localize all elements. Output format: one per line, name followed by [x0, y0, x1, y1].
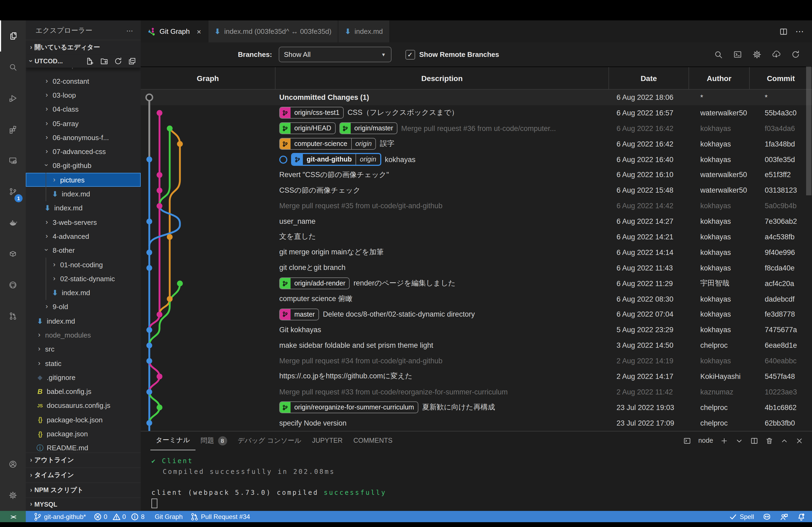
commit-row-f03a4da6[interactable]: origin/HEADorigin/masterMerge pull reque… [141, 121, 812, 136]
chevron-up-icon[interactable] [780, 437, 788, 445]
commit-row-*[interactable]: Uncommitted Changes (1)6 Aug 2022 18:06*… [141, 90, 812, 105]
tree-item-index-md[interactable]: ⬇index.md [26, 187, 141, 201]
commit-row-003fe35d[interactable]: git-and-githuboriginkokhayas6 Aug 2022 1… [141, 152, 812, 167]
tree-item-readme-md[interactable]: ⓘREADME.md [26, 441, 141, 452]
branch-label-master[interactable]: master [279, 308, 319, 320]
branches-dropdown[interactable]: Show All ▼ [278, 47, 391, 62]
tree-item-3-web-servers[interactable]: ›3-web-servers [26, 215, 141, 229]
branch-label-origin-css-test1[interactable]: origin/css-test1 [279, 107, 344, 119]
status-git-graph-status[interactable]: Git Graph [155, 513, 183, 520]
commit-row-1fa348bd[interactable]: computer-scienceorigin誤字6 Aug 2022 16:42… [141, 136, 812, 152]
shell-label[interactable]: node [698, 437, 713, 445]
show-remote-checkbox[interactable]: ✓ [405, 50, 415, 59]
sidebar-section-[interactable]: ›タイムライン [26, 467, 141, 482]
tree-item-index-md[interactable]: ⬇index.md [26, 286, 141, 300]
new-folder-icon[interactable] [100, 57, 108, 65]
activity-run-debug[interactable] [0, 82, 26, 114]
commit-row-fe3d8778[interactable]: masterDelete docs/8-other/02-static-dyna… [141, 307, 812, 322]
sidebar-section-mysql[interactable]: ›MYSQL [26, 497, 141, 511]
status-branch[interactable]: git-and-github* [33, 512, 86, 521]
commit-row-f8cda40e[interactable]: git cloneとgit branch6 Aug 2022 11:43kokh… [141, 260, 812, 276]
activity-search[interactable] [0, 51, 26, 82]
commit-row-9f40e996[interactable]: git merge origin mainなどを加筆6 Aug 2022 14:… [141, 245, 812, 260]
tree-item-docusaurus-config-js[interactable]: JSdocusaurus.config.js [26, 399, 141, 413]
activity-docker[interactable] [0, 207, 26, 238]
panel-tab-jupyter[interactable]: JUPYTER [307, 432, 348, 450]
collapse-all-icon[interactable] [128, 57, 136, 65]
commit-row-55b4a3c0[interactable]: origin/css-test1CSS（フレックスボックスまで）6 Aug 20… [141, 105, 812, 121]
commit-row-6eae8d1e[interactable]: make sidebar foldable and set prism them… [141, 338, 812, 353]
trash-icon[interactable] [765, 437, 773, 445]
commit-row-5a0c9b4b[interactable]: Merge pull request #35 from ut-code/git-… [141, 198, 812, 214]
activity-account[interactable] [0, 449, 26, 480]
more-actions-icon[interactable]: ⋯ [795, 26, 804, 36]
tree-item-index-md[interactable]: ⬇index.md [26, 314, 141, 328]
workspace-section-header[interactable]: › UTCOD... [26, 55, 141, 67]
split-icon[interactable] [750, 437, 758, 445]
activity-extensions[interactable] [0, 114, 26, 145]
tree-item-02-constant[interactable]: ›02-constant [26, 74, 141, 88]
tab-git-graph[interactable]: Git Graph× [141, 20, 208, 42]
commit-row-dadebcdf[interactable]: computer science 俯瞰6 Aug 2022 08:30kokha… [141, 291, 812, 307]
tree-item--gitignore[interactable]: ◆.gitignore [26, 370, 141, 385]
branch-label-computer-science[interactable]: computer-scienceorigin [279, 138, 376, 150]
sidebar-section-npm[interactable]: ›NPM スクリプト [26, 482, 141, 497]
commit-row-640eabbc[interactable]: Merge pull request #34 from ut-code/git-… [141, 353, 812, 369]
new-file-icon[interactable] [86, 57, 95, 65]
activity-github-pr[interactable] [0, 301, 26, 332]
remote-indicator[interactable]: >< [0, 511, 26, 522]
cloud-download-icon[interactable] [772, 50, 781, 59]
chevron-down-icon[interactable] [735, 437, 743, 445]
close-x-icon[interactable] [795, 437, 803, 445]
tree-item-pictures[interactable]: ›pictures [26, 173, 141, 187]
branch-label-origin-reorganize-for-summer-curriculum[interactable]: origin/reorganize-for-summer-curriculum [279, 402, 418, 413]
branch-label-origin-master[interactable]: origin/master [339, 122, 398, 134]
commit-row-10223ae3[interactable]: Merge pull request #33 from ut-code/reor… [141, 384, 812, 400]
terminal-output[interactable]: ✔ ClientCompiled successfully in 202.08m… [141, 450, 812, 511]
tree-item-05-array[interactable]: ›05-array [26, 117, 141, 131]
sidebar-section-[interactable]: ›アウトライン [26, 452, 141, 467]
gear-icon[interactable] [752, 50, 762, 59]
panel-tab-[interactable]: 問題8 [195, 432, 232, 450]
commit-row-acf4c20a[interactable]: origin/add-renderrenderのページを編集しました6 Aug … [141, 275, 812, 291]
tree-item-node-modules[interactable]: ›node_modules [26, 328, 141, 342]
tree-item-package-lock-json[interactable]: {}package-lock.json [26, 413, 141, 427]
tree-item-index-md[interactable]: ⬇index.md [26, 201, 141, 215]
commit-row-03138123[interactable]: CSSの節の画像チェック6 Aug 2022 15:48waterwalker5… [141, 183, 812, 198]
panel-tab-[interactable]: ターミナル [150, 431, 195, 450]
activity-source-control[interactable]: 1 [0, 176, 26, 207]
tab-index-md-2[interactable]: ⬇index.md [338, 20, 390, 42]
commit-row-7e306ab2[interactable]: user_name6 Aug 2022 14:27kokhayas7e306ab… [141, 214, 812, 229]
branch-label-git-and-github[interactable]: git-and-githuborigin [291, 153, 381, 166]
tree-item-package-json[interactable]: {}package.json [26, 427, 141, 441]
status-copilot[interactable] [763, 512, 771, 521]
terminal-icon[interactable] [733, 50, 742, 59]
panel-tab-[interactable]: デバッグ コンソール [232, 432, 307, 450]
search-icon[interactable] [714, 50, 723, 59]
branch-label-origin-add-render[interactable]: origin/add-render [279, 277, 350, 289]
commit-row-e51f3ff2[interactable]: Revert "CSSの節の画像チェック"6 Aug 2022 16:10wat… [141, 167, 812, 183]
status-notifications[interactable] [797, 512, 806, 521]
activity-container[interactable] [0, 238, 26, 269]
column-description[interactable]: Description [275, 67, 608, 89]
commit-row-7475677a[interactable]: Git kokhayas5 Aug 2022 23:29kokhayas7475… [141, 322, 812, 338]
activity-remote-explorer[interactable] [0, 145, 26, 176]
plus-icon[interactable] [720, 437, 728, 445]
tree-item-01-not-coding[interactable]: ›01-not-coding [26, 258, 141, 272]
tree-item-4-advanced[interactable]: ›4-advanced [26, 229, 141, 244]
tree-item-02-static-dynamic[interactable]: ›02-static-dynamic [26, 272, 141, 286]
activity-explorer[interactable] [0, 20, 26, 51]
commit-row-62bb3fb0[interactable]: specify Node version23 Jul 2022 17:09che… [141, 415, 812, 431]
status-pull-request[interactable]: Pull Request #34 [190, 512, 250, 521]
tree-item-9-old[interactable]: ›9-old [26, 300, 141, 314]
status-problems[interactable]: 008 [93, 512, 147, 521]
tree-item-01-inspector[interactable]: ›01-inspector [26, 67, 141, 74]
commit-row-a4c538fb[interactable]: 文を直した6 Aug 2022 14:21kokhayasa4c538fb [141, 229, 812, 245]
branch-label-origin-head[interactable]: origin/HEAD [279, 122, 336, 134]
column-date[interactable]: Date [608, 67, 688, 89]
tree-item-src[interactable]: ›src [26, 342, 141, 356]
tree-item-static[interactable]: ›static [26, 356, 141, 371]
status-feedback[interactable] [780, 512, 788, 521]
tree-item-8-other[interactable]: ›8-other [26, 243, 141, 258]
refresh-small-icon[interactable] [114, 57, 122, 65]
